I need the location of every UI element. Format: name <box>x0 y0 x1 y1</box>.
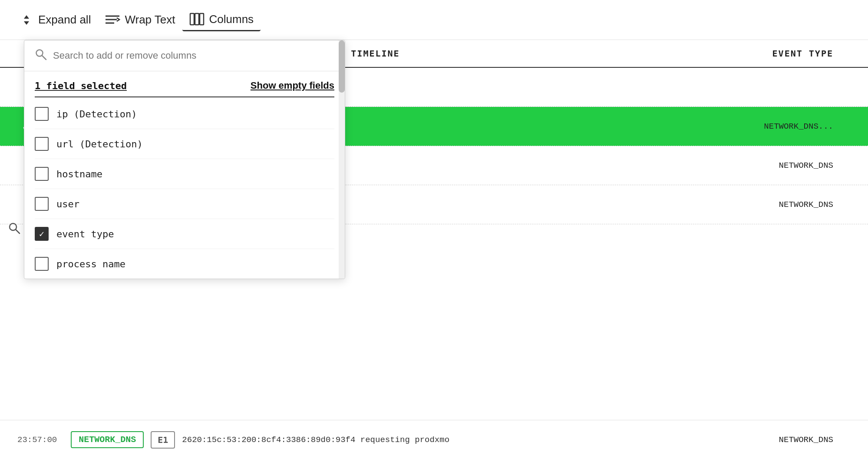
tag-e1[interactable]: E1 <box>151 431 175 449</box>
columns-icon <box>189 12 205 27</box>
tag-dns[interactable]: NETWORK_DNS <box>71 431 144 448</box>
svg-line-7 <box>16 230 20 233</box>
search-icon <box>35 48 47 63</box>
columns-label: Columns <box>209 13 254 26</box>
columns-dropdown: 1 field selected Show empty fields ip (D… <box>24 40 345 279</box>
checkbox-url-detection[interactable] <box>35 137 49 151</box>
svg-rect-4 <box>195 13 199 25</box>
wrap-text-label: Wrap Text <box>125 13 175 27</box>
field-label-hostname: hostname <box>56 169 102 180</box>
wrap-text-icon <box>105 13 120 27</box>
bottom-event-type: NETWORK_DNS <box>729 435 851 445</box>
left-search-icon <box>8 222 21 237</box>
bottom-time: 23:57:00 <box>17 435 57 445</box>
field-count-row: 1 field selected Show empty fields <box>35 71 334 97</box>
row-event-type-highlighted: NETWORK_DNS... <box>712 122 851 131</box>
bottom-bar: 23:57:00 NETWORK_DNS E1 2620:15c:53:200:… <box>0 420 868 459</box>
columns-button[interactable]: Columns <box>182 8 261 31</box>
field-item-process-name[interactable]: process name <box>35 249 334 279</box>
field-item-url-detection[interactable]: url (Detection) <box>35 129 334 159</box>
col-eventtype-header: EVENT TYPE <box>712 48 851 59</box>
expand-all-label: Expand all <box>38 13 91 27</box>
checkbox-hostname[interactable] <box>35 167 49 181</box>
checkbox-event-type[interactable] <box>35 227 49 241</box>
bottom-data: 2620:15c:53:200:8cf4:3386:89d0:93f4 requ… <box>182 435 722 445</box>
field-item-event-type[interactable]: event type <box>35 219 334 249</box>
field-label-url-detection: url (Detection) <box>56 139 143 150</box>
expand-all-icon <box>19 13 34 27</box>
row-event-type: NETWORK_DNS <box>712 200 851 210</box>
toolbar: Expand all Wrap Text Columns <box>0 0 868 40</box>
row-event-type: NETWORK_DNS <box>712 161 851 170</box>
wrap-text-button[interactable]: Wrap Text <box>98 9 182 31</box>
svg-rect-5 <box>200 13 204 25</box>
field-item-user[interactable]: user <box>35 189 334 219</box>
field-item-hostname[interactable]: hostname <box>35 159 334 189</box>
expand-all-button[interactable]: Expand all <box>12 9 98 31</box>
show-empty-fields-button[interactable]: Show empty fields <box>251 80 334 91</box>
checkbox-ip-detection[interactable] <box>35 107 49 121</box>
svg-rect-3 <box>190 13 194 25</box>
field-label-process-name: process name <box>56 259 125 269</box>
field-count-label: 1 field selected <box>35 80 127 91</box>
svg-line-9 <box>42 56 46 60</box>
column-search-input[interactable] <box>53 50 334 61</box>
checkbox-user[interactable] <box>35 197 49 211</box>
dropdown-arrow-inner <box>161 0 175 1</box>
field-label-user: user <box>56 199 79 210</box>
field-label-ip-detection: ip (Detection) <box>56 109 137 120</box>
field-label-event-type: event type <box>56 229 114 239</box>
checkbox-process-name[interactable] <box>35 257 49 271</box>
field-item-ip-detection[interactable]: ip (Detection) <box>35 99 334 129</box>
search-box <box>24 40 345 71</box>
dropdown-body: 1 field selected Show empty fields ip (D… <box>24 71 345 279</box>
